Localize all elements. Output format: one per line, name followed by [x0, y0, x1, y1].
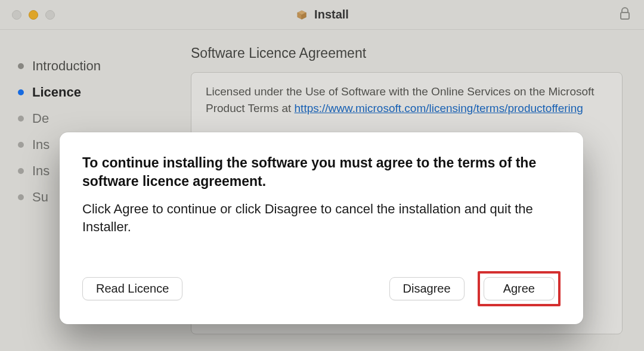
- disagree-button[interactable]: Disagree: [389, 277, 465, 300]
- agree-button-highlight: Agree: [478, 271, 561, 306]
- read-licence-button[interactable]: Read Licence: [82, 277, 182, 300]
- sheet-button-row: Read Licence Disagree Agree: [82, 271, 561, 306]
- sheet-body-text: Click Agree to continue or click Disagre…: [82, 200, 561, 235]
- agreement-sheet: To continue installing the software you …: [60, 132, 583, 324]
- sheet-heading: To continue installing the software you …: [82, 154, 561, 191]
- agree-button[interactable]: Agree: [484, 277, 555, 300]
